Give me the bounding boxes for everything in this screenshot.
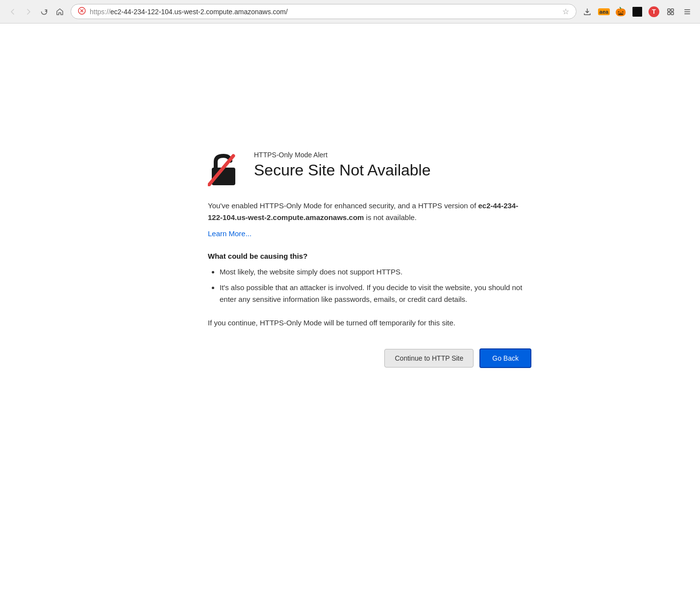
causes-list: Most likely, the website simply does not…	[208, 266, 531, 305]
button-row: Continue to HTTP Site Go Back	[208, 348, 531, 368]
cause-item-2: It's also possible that an attacker is i…	[220, 282, 531, 305]
svg-rect-5	[668, 12, 670, 15]
continue-note: If you continue, HTTPS-Only Mode will be…	[208, 317, 531, 329]
extensions-icon[interactable]	[664, 5, 677, 19]
error-header: HTTPS-Only Mode Alert Secure Site Not Av…	[208, 151, 531, 184]
bookmark-star-icon[interactable]: ☆	[562, 7, 569, 16]
svg-rect-4	[671, 9, 674, 11]
amazon-extension-icon[interactable]: aea	[597, 5, 611, 19]
continue-http-button[interactable]: Continue to HTTP Site	[384, 349, 474, 368]
address-bar[interactable]: https://ec2-44-234-122-104.us-west-2.com…	[71, 4, 576, 19]
toolbar-right: aea 🎃 ⬛ T	[580, 5, 694, 19]
page-title: Secure Site Not Available	[254, 161, 531, 179]
svg-rect-6	[671, 12, 674, 15]
error-title-block: HTTPS-Only Mode Alert Secure Site Not Av…	[254, 151, 531, 179]
causes-title: What could be causing this?	[208, 252, 531, 260]
nav-buttons	[6, 6, 67, 18]
page-content: HTTPS-Only Mode Alert Secure Site Not Av…	[0, 24, 700, 590]
svg-rect-7	[684, 9, 690, 10]
back-button[interactable]	[6, 6, 20, 18]
desc-part2: is not available.	[364, 213, 417, 221]
reload-button[interactable]	[37, 6, 51, 18]
svg-rect-8	[684, 11, 690, 12]
cause-item-1: Most likely, the website simply does not…	[220, 266, 531, 278]
svg-rect-3	[668, 9, 670, 11]
forward-button[interactable]	[22, 6, 35, 18]
error-description: You've enabled HTTPS-Only Mode for enhan…	[208, 200, 531, 223]
alert-label: HTTPS-Only Mode Alert	[254, 151, 531, 159]
security-warning-icon	[78, 7, 86, 16]
home-button[interactable]	[53, 6, 67, 18]
error-container: HTTPS-Only Mode Alert Secure Site Not Av…	[149, 24, 551, 397]
broken-lock-icon	[208, 153, 239, 184]
go-back-button[interactable]: Go Back	[479, 348, 531, 368]
download-icon[interactable]	[580, 5, 594, 19]
learn-more-link[interactable]: Learn More...	[208, 229, 251, 238]
extension-ghost-icon[interactable]: 🎃	[614, 5, 627, 19]
desc-part1: You've enabled HTTPS-Only Mode for enhan…	[208, 201, 478, 210]
browser-toolbar: https://ec2-44-234-122-104.us-west-2.com…	[0, 0, 700, 24]
amazon-label: aea	[598, 8, 610, 15]
svg-rect-9	[684, 13, 690, 14]
url-protocol: https://	[90, 8, 110, 16]
menu-icon[interactable]	[680, 5, 694, 19]
url-display: https://ec2-44-234-122-104.us-west-2.com…	[90, 8, 558, 16]
url-domain: ec2-44-234-122-104.us-west-2.compute.ama…	[110, 8, 288, 16]
extension-dark-icon[interactable]: ⬛	[630, 5, 644, 19]
extension-badge-icon[interactable]: T	[647, 5, 661, 19]
